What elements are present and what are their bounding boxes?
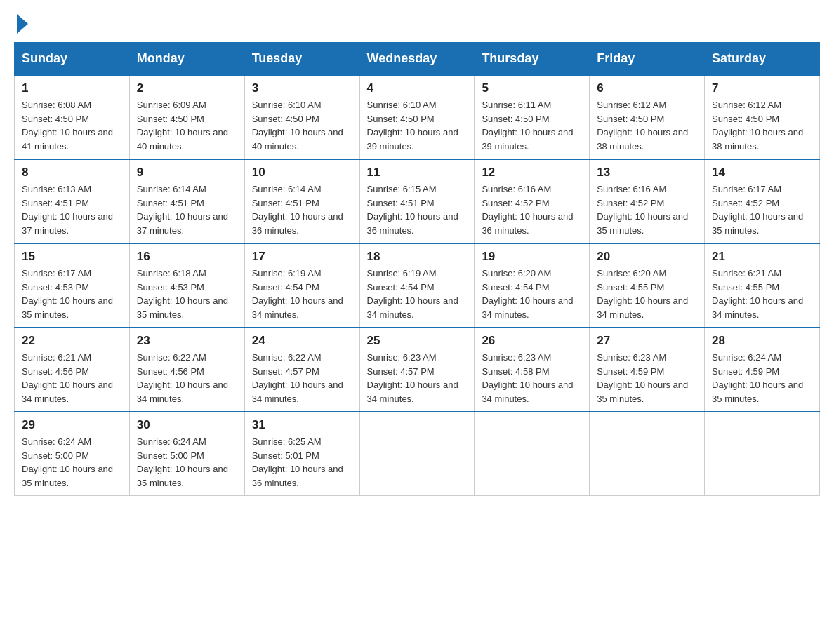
day-info: Sunrise: 6:13 AM Sunset: 4:51 PM Dayligh… — [22, 182, 122, 237]
day-number: 15 — [22, 250, 122, 264]
calendar-header-saturday: Saturday — [705, 43, 820, 76]
day-info: Sunrise: 6:23 AM Sunset: 4:57 PM Dayligh… — [367, 351, 468, 405]
calendar-header-wednesday: Wednesday — [359, 43, 475, 76]
day-info: Sunrise: 6:15 AM Sunset: 4:51 PM Dayligh… — [367, 182, 468, 237]
day-info: Sunrise: 6:25 AM Sunset: 5:01 PM Dayligh… — [252, 435, 352, 490]
calendar-cell: 1 Sunrise: 6:08 AM Sunset: 4:50 PM Dayli… — [15, 75, 130, 159]
day-info: Sunrise: 6:16 AM Sunset: 4:52 PM Dayligh… — [597, 182, 697, 237]
day-number: 30 — [137, 418, 237, 432]
calendar-cell: 28 Sunrise: 6:24 AM Sunset: 4:59 PM Dayl… — [705, 328, 820, 412]
calendar-cell: 15 Sunrise: 6:17 AM Sunset: 4:53 PM Dayl… — [15, 243, 130, 328]
calendar-cell: 11 Sunrise: 6:15 AM Sunset: 4:51 PM Dayl… — [359, 159, 475, 243]
calendar-header-sunday: Sunday — [15, 43, 130, 76]
day-number: 1 — [22, 81, 122, 95]
calendar-header-thursday: Thursday — [475, 43, 590, 76]
calendar-cell: 19 Sunrise: 6:20 AM Sunset: 4:54 PM Dayl… — [475, 243, 590, 328]
calendar-table: SundayMondayTuesdayWednesdayThursdayFrid… — [14, 42, 820, 496]
calendar-cell: 31 Sunrise: 6:25 AM Sunset: 5:01 PM Dayl… — [244, 412, 359, 496]
calendar-cell: 3 Sunrise: 6:10 AM Sunset: 4:50 PM Dayli… — [244, 75, 359, 159]
day-info: Sunrise: 6:21 AM Sunset: 4:56 PM Dayligh… — [22, 351, 122, 405]
day-number: 13 — [597, 166, 697, 180]
day-number: 11 — [367, 166, 468, 180]
calendar-header-row: SundayMondayTuesdayWednesdayThursdayFrid… — [15, 43, 820, 76]
day-info: Sunrise: 6:18 AM Sunset: 4:53 PM Dayligh… — [137, 267, 237, 321]
calendar-header-friday: Friday — [590, 43, 705, 76]
day-info: Sunrise: 6:19 AM Sunset: 4:54 PM Dayligh… — [367, 267, 468, 321]
day-number: 19 — [482, 250, 582, 264]
day-number: 31 — [252, 418, 352, 432]
day-info: Sunrise: 6:24 AM Sunset: 5:00 PM Dayligh… — [22, 435, 122, 490]
calendar-cell: 24 Sunrise: 6:22 AM Sunset: 4:57 PM Dayl… — [244, 328, 359, 412]
calendar-week-row: 22 Sunrise: 6:21 AM Sunset: 4:56 PM Dayl… — [15, 328, 820, 412]
calendar-cell: 25 Sunrise: 6:23 AM Sunset: 4:57 PM Dayl… — [359, 328, 475, 412]
day-info: Sunrise: 6:17 AM Sunset: 4:52 PM Dayligh… — [712, 182, 812, 237]
calendar-cell: 6 Sunrise: 6:12 AM Sunset: 4:50 PM Dayli… — [590, 75, 705, 159]
day-number: 26 — [482, 334, 582, 348]
day-number: 18 — [367, 250, 468, 264]
calendar-cell: 17 Sunrise: 6:19 AM Sunset: 4:54 PM Dayl… — [244, 243, 359, 328]
logo-arrow-icon — [17, 14, 28, 34]
calendar-cell: 4 Sunrise: 6:10 AM Sunset: 4:50 PM Dayli… — [359, 75, 475, 159]
calendar-cell: 20 Sunrise: 6:20 AM Sunset: 4:55 PM Dayl… — [590, 243, 705, 328]
calendar-cell: 12 Sunrise: 6:16 AM Sunset: 4:52 PM Dayl… — [475, 159, 590, 243]
day-number: 17 — [252, 250, 352, 264]
calendar-cell: 18 Sunrise: 6:19 AM Sunset: 4:54 PM Dayl… — [359, 243, 475, 328]
day-number: 7 — [712, 81, 812, 95]
calendar-week-row: 15 Sunrise: 6:17 AM Sunset: 4:53 PM Dayl… — [15, 243, 820, 328]
day-number: 8 — [22, 166, 122, 180]
day-number: 6 — [597, 81, 697, 95]
calendar-cell: 5 Sunrise: 6:11 AM Sunset: 4:50 PM Dayli… — [475, 75, 590, 159]
calendar-cell — [590, 412, 705, 496]
day-number: 24 — [252, 334, 352, 348]
calendar-cell — [705, 412, 820, 496]
calendar-cell: 30 Sunrise: 6:24 AM Sunset: 5:00 PM Dayl… — [129, 412, 244, 496]
calendar-header-tuesday: Tuesday — [244, 43, 359, 76]
calendar-cell: 27 Sunrise: 6:23 AM Sunset: 4:59 PM Dayl… — [590, 328, 705, 412]
day-info: Sunrise: 6:16 AM Sunset: 4:52 PM Dayligh… — [482, 182, 582, 237]
day-info: Sunrise: 6:23 AM Sunset: 4:58 PM Dayligh… — [482, 351, 582, 405]
day-number: 3 — [252, 81, 352, 95]
day-number: 21 — [712, 250, 812, 264]
calendar-cell: 16 Sunrise: 6:18 AM Sunset: 4:53 PM Dayl… — [129, 243, 244, 328]
page-header — [14, 14, 820, 28]
day-number: 2 — [137, 81, 237, 95]
day-info: Sunrise: 6:19 AM Sunset: 4:54 PM Dayligh… — [252, 267, 352, 321]
calendar-cell: 14 Sunrise: 6:17 AM Sunset: 4:52 PM Dayl… — [705, 159, 820, 243]
calendar-cell: 9 Sunrise: 6:14 AM Sunset: 4:51 PM Dayli… — [129, 159, 244, 243]
day-number: 5 — [482, 81, 582, 95]
calendar-cell: 29 Sunrise: 6:24 AM Sunset: 5:00 PM Dayl… — [15, 412, 130, 496]
day-number: 16 — [137, 250, 237, 264]
day-info: Sunrise: 6:24 AM Sunset: 4:59 PM Dayligh… — [712, 351, 812, 405]
calendar-cell: 10 Sunrise: 6:14 AM Sunset: 4:51 PM Dayl… — [244, 159, 359, 243]
calendar-cell: 7 Sunrise: 6:12 AM Sunset: 4:50 PM Dayli… — [705, 75, 820, 159]
logo — [14, 14, 28, 28]
day-number: 9 — [137, 166, 237, 180]
calendar-cell: 2 Sunrise: 6:09 AM Sunset: 4:50 PM Dayli… — [129, 75, 244, 159]
calendar-cell: 21 Sunrise: 6:21 AM Sunset: 4:55 PM Dayl… — [705, 243, 820, 328]
day-info: Sunrise: 6:10 AM Sunset: 4:50 PM Dayligh… — [252, 98, 352, 153]
day-number: 25 — [367, 334, 468, 348]
day-number: 29 — [22, 418, 122, 432]
calendar-cell — [475, 412, 590, 496]
day-info: Sunrise: 6:12 AM Sunset: 4:50 PM Dayligh… — [712, 98, 812, 153]
day-info: Sunrise: 6:23 AM Sunset: 4:59 PM Dayligh… — [597, 351, 697, 405]
day-info: Sunrise: 6:17 AM Sunset: 4:53 PM Dayligh… — [22, 267, 122, 321]
day-info: Sunrise: 6:24 AM Sunset: 5:00 PM Dayligh… — [137, 435, 237, 490]
day-number: 12 — [482, 166, 582, 180]
day-info: Sunrise: 6:22 AM Sunset: 4:56 PM Dayligh… — [137, 351, 237, 405]
day-info: Sunrise: 6:09 AM Sunset: 4:50 PM Dayligh… — [137, 98, 237, 153]
day-info: Sunrise: 6:12 AM Sunset: 4:50 PM Dayligh… — [597, 98, 697, 153]
calendar-header-monday: Monday — [129, 43, 244, 76]
calendar-cell: 23 Sunrise: 6:22 AM Sunset: 4:56 PM Dayl… — [129, 328, 244, 412]
day-info: Sunrise: 6:22 AM Sunset: 4:57 PM Dayligh… — [252, 351, 352, 405]
calendar-week-row: 8 Sunrise: 6:13 AM Sunset: 4:51 PM Dayli… — [15, 159, 820, 243]
day-info: Sunrise: 6:10 AM Sunset: 4:50 PM Dayligh… — [367, 98, 468, 153]
day-number: 22 — [22, 334, 122, 348]
day-info: Sunrise: 6:20 AM Sunset: 4:55 PM Dayligh… — [597, 267, 697, 321]
day-number: 28 — [712, 334, 812, 348]
day-info: Sunrise: 6:11 AM Sunset: 4:50 PM Dayligh… — [482, 98, 582, 153]
day-number: 14 — [712, 166, 812, 180]
calendar-cell: 8 Sunrise: 6:13 AM Sunset: 4:51 PM Dayli… — [15, 159, 130, 243]
calendar-cell: 22 Sunrise: 6:21 AM Sunset: 4:56 PM Dayl… — [15, 328, 130, 412]
calendar-cell: 13 Sunrise: 6:16 AM Sunset: 4:52 PM Dayl… — [590, 159, 705, 243]
